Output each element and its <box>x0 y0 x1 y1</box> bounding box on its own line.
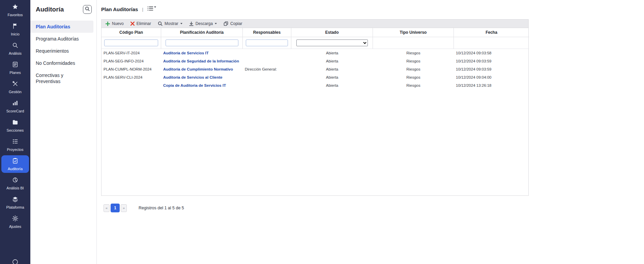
bar-chart-icon <box>12 100 19 108</box>
records-summary: Registros del 1 al 5 de 5 <box>139 206 184 210</box>
grid-empty-area <box>101 89 528 195</box>
grid-toolbar: Nuevo Eliminar Mostrar Descarga Copiar <box>101 19 529 28</box>
eliminar-label: Eliminar <box>137 21 151 26</box>
descarga-button[interactable]: Descarga <box>189 21 217 26</box>
view-options-button[interactable] <box>147 6 156 12</box>
module-sidebar: Auditoría Plan Auditorías Programa Audit… <box>30 0 97 264</box>
fecha-filter-empty <box>454 37 529 49</box>
main-content: Plan Auditorías | Nuevo Eliminar Mostrar <box>97 0 644 264</box>
rail-label: Planes <box>9 71 21 75</box>
table-row[interactable]: PLAN-CUMPL-NORM-2024 Auditoría de Cumpli… <box>101 65 528 73</box>
sidebar-item-correctivas-preventivas[interactable]: Correctivas y Preventivas <box>30 69 93 87</box>
chevron-down-icon <box>215 23 217 24</box>
rail-item-favoritos[interactable]: Favoritos <box>1 1 29 19</box>
rail-item-proyectos[interactable]: Proyectos <box>1 136 29 154</box>
prev-page-button[interactable]: « <box>104 204 110 212</box>
cell-tipo-universo: Riesgos <box>373 83 454 87</box>
rail-item-scorecard[interactable]: ScoreCard <box>1 98 29 115</box>
cell-fecha: 10/12/2024 09:04:00 <box>454 75 529 79</box>
copiar-button[interactable]: Copiar <box>224 21 242 26</box>
rail-item-plataforma[interactable]: Plataforma <box>1 194 29 211</box>
column-header-codigo[interactable]: Código Plan <box>101 28 161 37</box>
sidebar-item-no-conformidades[interactable]: No Conformidades <box>30 57 93 69</box>
rail-label: Inicio <box>11 32 20 36</box>
rail-item-planes[interactable]: Planes <box>1 59 29 77</box>
cell-estado: Abierta <box>291 83 373 87</box>
list-view-icon <box>147 6 153 12</box>
layers-icon <box>12 196 19 204</box>
sidebar-item-plan-auditorias[interactable]: Plan Auditorías <box>30 21 93 33</box>
plan-link[interactable]: Copia de Auditoria de Servicios IT <box>163 83 226 87</box>
cell-estado: Abierta <box>291 51 373 55</box>
cell-estado: Abierta <box>291 67 373 71</box>
column-header-fecha[interactable]: Fecha <box>454 28 529 37</box>
column-header-tipo-universo[interactable]: Tipo Universo <box>373 28 454 37</box>
cell-codigo: PLAN-CUMPL-NORM-2024 <box>101 67 161 71</box>
cell-tipo-universo: Riesgos <box>373 51 454 55</box>
rail-item-secciones[interactable]: Secciones <box>1 117 29 134</box>
rail-label: ScoreCard <box>6 109 24 113</box>
plus-icon <box>106 22 110 26</box>
search-icon <box>12 42 19 50</box>
rail-item-auditoria[interactable]: Auditoría <box>1 155 29 173</box>
sidebar-search-button[interactable] <box>83 5 92 14</box>
table-row[interactable]: PLAN-SERV-IT-2024 Auditoría de Servicios… <box>101 49 528 57</box>
descarga-label: Descarga <box>196 21 213 26</box>
search-icon <box>158 21 163 26</box>
sidebar-item-requerimientos[interactable]: Requerimientos <box>30 45 93 57</box>
nuevo-button[interactable]: Nuevo <box>106 21 124 26</box>
mostrar-button[interactable]: Mostrar <box>158 21 182 26</box>
rail-item-inicio[interactable]: Inicio <box>1 21 29 38</box>
copiar-label: Copiar <box>230 21 242 26</box>
eliminar-button[interactable]: Eliminar <box>130 21 151 26</box>
plan-link[interactable]: Auditoría de Seguridad de la Información <box>163 59 239 63</box>
plan-auditorias-grid: Nuevo Eliminar Mostrar Descarga Copiar <box>101 19 529 212</box>
column-header-planificacion[interactable]: Planificación Auditoría <box>161 28 243 37</box>
rail-item-analisis[interactable]: Análisis <box>1 40 29 57</box>
search-icon <box>85 6 90 12</box>
plan-link[interactable]: Auditoría de Servicios al Cliente <box>163 75 223 79</box>
column-header-responsables[interactable]: Responsables <box>243 28 291 37</box>
page-1-button[interactable]: 1 <box>111 204 120 212</box>
cell-codigo: PLAN-SERV-IT-2024 <box>101 51 161 55</box>
rail-item-bottom[interactable] <box>1 257 29 264</box>
flag-icon <box>12 23 19 31</box>
codigo-filter-input[interactable] <box>104 39 158 46</box>
rail-item-analisis-bi[interactable]: Análisis BI <box>1 175 29 192</box>
next-page-button[interactable]: » <box>121 204 127 212</box>
pagination: « 1 » Registros del 1 al 5 de 5 <box>104 204 529 212</box>
cell-tipo-universo: Riesgos <box>373 67 454 71</box>
table-row[interactable]: PLAN-SERV-CLI-2024 Auditoría de Servicio… <box>101 73 528 81</box>
rail-item-gestion[interactable]: Gestión <box>1 78 29 96</box>
tasks-icon <box>12 138 19 146</box>
table-row[interactable]: PLAN-SEG-INFO-2024 Auditoría de Segurida… <box>101 57 528 65</box>
sidebar-item-programa-auditorias[interactable]: Programa Auditorías <box>30 33 93 45</box>
plan-link[interactable]: Auditoría de Servicios IT <box>163 51 209 55</box>
rail-label: Análisis <box>9 51 22 56</box>
rail-label: Auditoría <box>8 167 23 171</box>
module-menu: Plan Auditorías Programa Auditorías Requ… <box>30 21 96 87</box>
mostrar-label: Mostrar <box>165 21 178 26</box>
module-title: Auditoría <box>36 6 64 13</box>
cell-responsables: Dirección General: <box>243 67 291 71</box>
cell-codigo: PLAN-SERV-CLI-2024 <box>101 75 161 79</box>
cell-estado: Abierta <box>291 75 373 79</box>
column-header-estado[interactable]: Estado <box>291 28 373 37</box>
table-row[interactable]: Copia de Auditoria de Servicios IT Abier… <box>101 81 528 89</box>
document-icon <box>12 61 19 69</box>
gear-icon <box>12 215 19 223</box>
download-icon <box>189 22 194 26</box>
grid-filter-row <box>101 37 528 49</box>
header-separator: | <box>142 7 143 12</box>
responsables-filter-input[interactable] <box>246 39 288 46</box>
estado-filter-select[interactable] <box>296 39 368 46</box>
rail-item-ajustes[interactable]: Ajustes <box>1 213 29 231</box>
rail-label: Análisis BI <box>6 186 24 190</box>
clipboard-icon <box>12 157 19 165</box>
planificacion-filter-input[interactable] <box>166 39 238 46</box>
x-icon <box>130 22 135 26</box>
plan-link[interactable]: Auditoría de Cumplimiento Normativo <box>163 67 233 71</box>
chevron-down-icon <box>180 23 182 24</box>
folder-icon <box>12 119 19 127</box>
cell-fecha: 10/12/2024 13:26:18 <box>454 83 529 87</box>
